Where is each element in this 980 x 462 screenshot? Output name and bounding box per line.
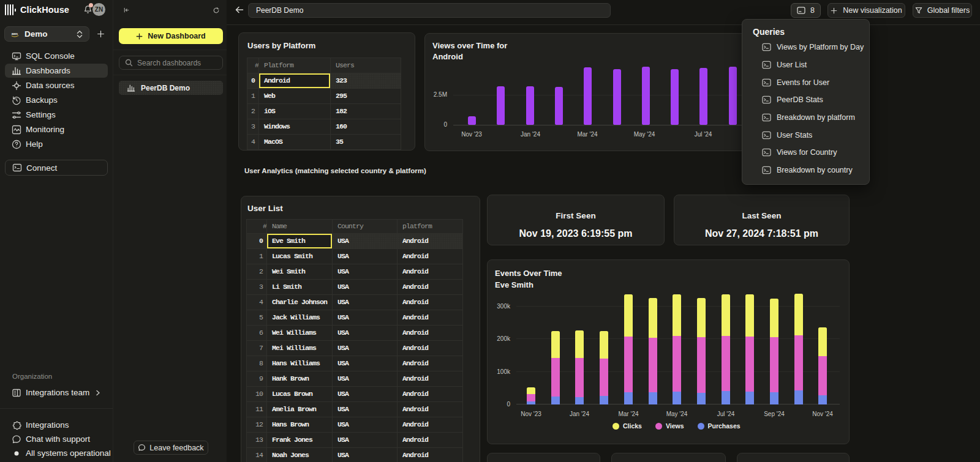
svg-text:aws: aws — [12, 31, 18, 35]
